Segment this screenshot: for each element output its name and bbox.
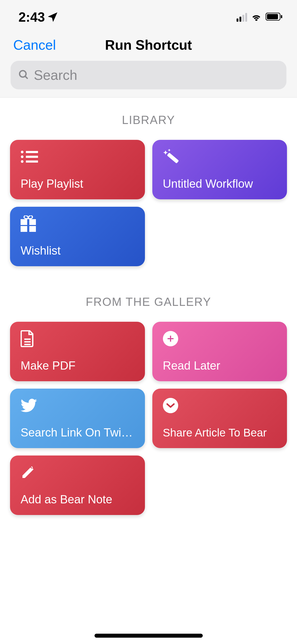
search-icon [18, 69, 29, 81]
status-bar: 2:43 [0, 0, 297, 29]
status-left: 2:43 [18, 10, 58, 25]
gallery-grid: Make PDF Read Later Search Link On Twi… … [10, 322, 287, 515]
shortcut-tile-make-pdf[interactable]: Make PDF [10, 322, 145, 381]
wifi-icon [251, 12, 262, 22]
svg-rect-8 [26, 156, 38, 158]
status-time: 2:43 [18, 10, 45, 25]
svg-rect-12 [21, 219, 27, 225]
svg-rect-13 [29, 219, 36, 225]
svg-rect-1 [267, 14, 278, 19]
wand-icon [163, 149, 277, 165]
svg-rect-15 [29, 226, 36, 232]
svg-rect-6 [26, 151, 38, 153]
tile-label: Add as Bear Note [21, 493, 134, 506]
shortcut-tile-untitled-workflow[interactable]: Untitled Workflow [152, 140, 287, 199]
gift-icon [21, 216, 134, 232]
home-indicator[interactable] [95, 634, 203, 638]
shortcut-tile-add-bear-note[interactable]: Add as Bear Note [10, 456, 145, 515]
list-icon [21, 149, 134, 165]
search-container [0, 61, 297, 97]
status-right [237, 12, 282, 22]
shortcut-tile-play-playlist[interactable]: Play Playlist [10, 140, 145, 199]
tile-label: Untitled Workflow [163, 177, 277, 190]
location-icon [48, 10, 58, 25]
pencil-icon [21, 464, 134, 480]
twitter-icon [21, 398, 134, 413]
search-field[interactable] [11, 61, 286, 89]
header: 2:43 Cancel Run Shortcut [0, 0, 297, 98]
page-title: Run Shortcut [105, 37, 192, 53]
shortcut-tile-share-article-bear[interactable]: Share Article To Bear [152, 389, 287, 448]
plus-circle-icon [163, 331, 277, 347]
svg-rect-11 [167, 153, 179, 164]
cancel-button[interactable]: Cancel [13, 37, 56, 53]
svg-rect-2 [281, 15, 282, 18]
tile-label: Wishlist [21, 244, 134, 257]
chevron-down-circle-icon [163, 398, 277, 413]
nav-bar: Cancel Run Shortcut [0, 29, 297, 61]
svg-rect-10 [26, 160, 38, 163]
tile-label: Make PDF [21, 359, 134, 372]
svg-line-4 [25, 76, 28, 79]
library-grid: Play Playlist Untitled Workflow Wishlist [10, 140, 287, 266]
document-icon [21, 331, 134, 347]
shortcut-tile-read-later[interactable]: Read Later [152, 322, 287, 381]
battery-icon [266, 13, 282, 22]
tile-label: Share Article To Bear [163, 426, 277, 439]
content: LIBRARY Play Playlist Untitled Workflow … [0, 98, 297, 515]
svg-point-5 [21, 151, 23, 153]
svg-rect-14 [21, 226, 27, 232]
svg-point-9 [21, 160, 23, 163]
section-title-library: LIBRARY [10, 113, 287, 127]
section-title-gallery: FROM THE GALLERY [10, 295, 287, 309]
cellular-icon [237, 13, 247, 22]
tile-label: Play Playlist [21, 177, 134, 190]
shortcut-tile-search-link-twitter[interactable]: Search Link On Twi… [10, 389, 145, 448]
svg-point-3 [20, 71, 26, 77]
search-input[interactable] [34, 67, 279, 83]
svg-point-7 [21, 155, 23, 158]
tile-label: Read Later [163, 359, 277, 372]
tile-label: Search Link On Twi… [21, 426, 134, 439]
shortcut-tile-wishlist[interactable]: Wishlist [10, 207, 145, 266]
